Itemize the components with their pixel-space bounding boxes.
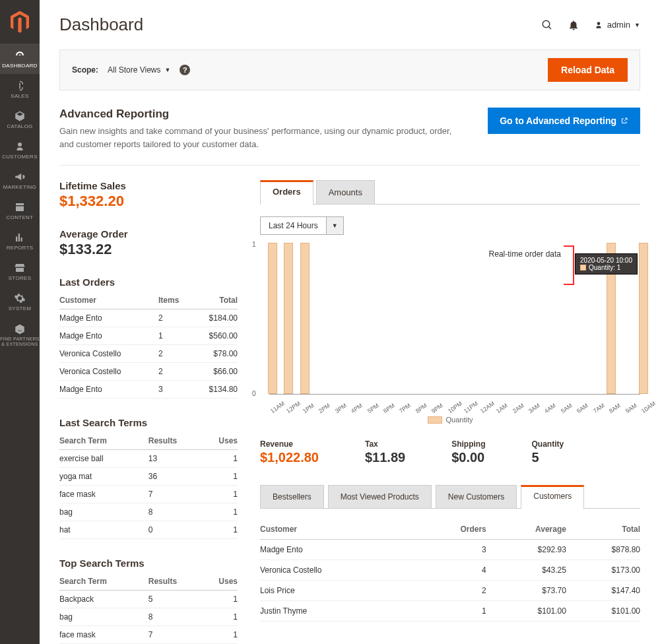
orders-chart: 1 0 11AM12PM1PM2PM3PM4PM5PM6PM7PM8PM9PM1…	[260, 243, 640, 414]
svg-point-0	[543, 20, 550, 28]
lifetime-label: Lifetime Sales	[59, 180, 238, 191]
chart-bar[interactable]	[284, 243, 293, 394]
avg-label: Average Order	[59, 228, 238, 240]
table-row[interactable]: Backpack51	[59, 591, 238, 608]
sidebar-sales[interactable]: SALES	[0, 74, 40, 104]
reload-button[interactable]: Reload Data	[548, 58, 628, 82]
top-search-block: Top Search Terms Search TermResultsUsesB…	[59, 558, 238, 644]
table-row[interactable]: face mask71	[59, 626, 238, 644]
user-icon	[594, 20, 603, 30]
chart-bar[interactable]	[639, 243, 648, 394]
tab-new-customers[interactable]: New Customers	[436, 485, 517, 508]
shipping-value: $0.00	[451, 450, 485, 465]
chart-legend: Quantity	[260, 416, 640, 424]
avg-value: $133.22	[59, 241, 238, 258]
table-row[interactable]: Madge Ento3$134.80	[59, 381, 238, 399]
tab-customers[interactable]: Customers	[521, 485, 584, 509]
chevron-down-icon: ▼	[165, 67, 171, 73]
sidebar-content[interactable]: CONTENT	[0, 195, 40, 226]
sidebar-catalog[interactable]: CATALOG	[0, 104, 40, 135]
chevron-down-icon: ▼	[634, 22, 640, 28]
revenue-value: $1,022.80	[260, 450, 319, 465]
tab-bestsellers[interactable]: Bestsellers	[260, 485, 324, 508]
lifetime-value: $1,332.20	[59, 193, 238, 210]
tab-orders[interactable]: Orders	[260, 180, 314, 205]
quantity-value: 5	[531, 450, 564, 465]
last-search-table: Search TermResultsUsesexercise ball131yo…	[59, 432, 238, 539]
adv-desc: Gain new insights and take command of yo…	[59, 125, 461, 150]
sidebar-customers[interactable]: CUSTOMERS	[0, 135, 40, 165]
table-row[interactable]: Lois Price2$73.70$147.40	[260, 581, 640, 601]
table-row[interactable]: hat01	[59, 521, 238, 539]
bell-icon[interactable]	[568, 19, 579, 31]
scope-select[interactable]: All Store Views ▼	[108, 65, 170, 75]
chart-bar[interactable]	[268, 243, 277, 394]
table-row[interactable]: face mask71	[59, 486, 238, 503]
top-search-table: Search TermResultsUsesBackpack51bag81fac…	[59, 573, 238, 644]
sidebar-dashboard[interactable]: DASHBOARD	[0, 44, 40, 74]
chart-bar[interactable]	[300, 243, 310, 394]
chart-tooltip: 2020-05-20 10:00 Quantity: 1	[575, 253, 638, 274]
table-row[interactable]: bag81	[59, 608, 238, 626]
scope-label: Scope:	[72, 65, 98, 75]
last-orders-table: CustomerItemsTotalMadge Ento2$184.00Madg…	[59, 292, 238, 399]
last-orders-block: Last Orders CustomerItemsTotalMadge Ento…	[59, 276, 238, 399]
customers-table: CustomerOrdersAverageTotalMadge Ento3$29…	[260, 519, 640, 622]
help-icon[interactable]: ?	[180, 65, 190, 75]
table-row[interactable]: bag81	[59, 503, 238, 521]
sidebar: DASHBOARD SALES CATALOG CUSTOMERS MARKET…	[0, 0, 40, 644]
search-icon[interactable]	[541, 19, 553, 31]
tax-value: $11.89	[365, 450, 405, 465]
main: Dashboard admin ▼ Scope: All Store Views…	[40, 0, 660, 644]
sidebar-reports[interactable]: REPORTS	[0, 226, 40, 256]
table-row[interactable]: Veronica Costello2$66.00	[59, 363, 238, 381]
sidebar-partners[interactable]: FIND PARTNERS & EXTENSIONS	[0, 317, 40, 354]
user-menu[interactable]: admin ▼	[594, 20, 640, 30]
advanced-reporting: Advanced Reporting Gain new insights and…	[59, 108, 640, 166]
sidebar-stores[interactable]: STORES	[0, 256, 40, 286]
table-row[interactable]: Madge Ento1$560.00	[59, 327, 238, 345]
svg-line-1	[548, 26, 551, 29]
adv-title: Advanced Reporting	[59, 108, 461, 121]
chart-range-select[interactable]: Last 24 Hours	[260, 216, 327, 235]
table-row[interactable]: Veronica Costello2$78.00	[59, 345, 238, 363]
chart-annotation: Real-time order data	[489, 249, 561, 259]
tab-most-viewed[interactable]: Most Viewed Products	[328, 485, 432, 508]
last-search-block: Last Search Terms Search TermResultsUses…	[59, 417, 238, 539]
table-row[interactable]: yoga mat361	[59, 468, 238, 486]
external-link-icon	[620, 117, 628, 125]
magento-logo	[7, 5, 33, 38]
chart-tabs: Orders Amounts	[260, 180, 640, 205]
sidebar-system[interactable]: SYSTEM	[0, 286, 40, 317]
scope-bar: Scope: All Store Views ▼ ? Reload Data	[59, 49, 640, 90]
go-adv-reporting-button[interactable]: Go to Advanced Reporting	[488, 108, 640, 134]
chevron-down-icon: ▼	[332, 222, 338, 229]
tab-amounts[interactable]: Amounts	[316, 180, 375, 204]
chart-range-arrow[interactable]: ▼	[327, 216, 344, 235]
table-row[interactable]: exercise ball131	[59, 450, 238, 468]
table-row[interactable]: Madge Ento2$184.00	[59, 309, 238, 327]
sidebar-marketing[interactable]: MARKETING	[0, 165, 40, 195]
bottom-tabs: Bestsellers Most Viewed Products New Cus…	[260, 485, 640, 509]
table-row[interactable]: Justin Thyme1$101.00$101.00	[260, 601, 640, 622]
annotation-bracket	[564, 245, 574, 285]
table-row[interactable]: Madge Ento3$292.93$878.80	[260, 540, 640, 560]
page-title: Dashboard	[59, 15, 143, 35]
table-row[interactable]: Veronica Costello4$43.25$173.00	[260, 560, 640, 581]
